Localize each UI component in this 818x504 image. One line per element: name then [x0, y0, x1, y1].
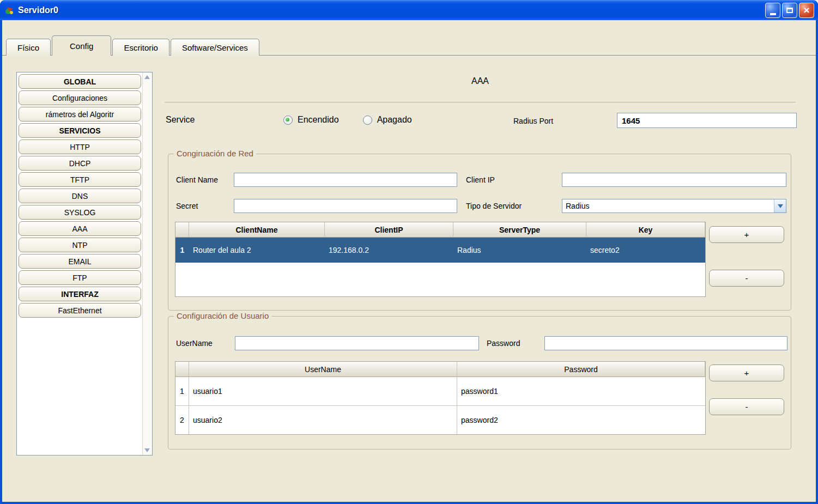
cell-username: usuario2: [189, 406, 457, 434]
user-remove-button[interactable]: -: [709, 398, 784, 415]
sidebar-item-ntp[interactable]: NTP: [19, 238, 141, 252]
cell-client-name: Router del aula 2: [189, 238, 325, 263]
sidebar-item-configuraciones[interactable]: Configuraciones: [19, 90, 141, 105]
cell-client-ip: 192.168.0.2: [325, 238, 453, 263]
username-input[interactable]: [235, 336, 479, 350]
sidebar-item-email[interactable]: EMAIL: [19, 254, 141, 269]
page-title: AAA: [163, 76, 797, 86]
sidebar-item-dhcp[interactable]: DHCP: [19, 156, 141, 171]
sidebar-item-tftp[interactable]: TFTP: [19, 172, 141, 187]
tab-software-services[interactable]: Software/Services: [171, 39, 259, 56]
sidebar-item-aaa[interactable]: AAA: [19, 221, 141, 236]
sidebar: GLOBAL Configuraciones rámetros del Algo…: [16, 72, 153, 456]
window-controls: ×: [765, 3, 814, 18]
radio-apagado-label: Apagado: [377, 115, 412, 125]
sidebar-item-servicios[interactable]: SERVICIOS: [19, 123, 141, 138]
radio-off-icon: [363, 116, 372, 125]
client-ip-input[interactable]: [562, 173, 786, 187]
sidebar-item-http[interactable]: HTTP: [19, 139, 141, 154]
radius-port-label: Radius Port: [513, 117, 553, 125]
col-clientname[interactable]: ClientName: [189, 222, 325, 238]
col-clientip[interactable]: ClientIP: [325, 222, 453, 238]
network-group-title: Congiruación de Red: [174, 149, 256, 158]
minimize-button[interactable]: [765, 3, 780, 18]
row-number: 1: [175, 238, 189, 263]
table-row[interactable]: 1 usuario1 password1: [175, 377, 705, 406]
table-empty-area: [175, 263, 705, 296]
sidebar-item-global[interactable]: GLOBAL: [19, 74, 141, 89]
radio-encendido-label: Encendido: [298, 115, 339, 125]
row-number-header: [175, 362, 189, 377]
radio-encendido[interactable]: Encendido: [283, 115, 339, 125]
app-icon: [4, 5, 15, 16]
password-label: Password: [487, 336, 520, 350]
user-group-title: Configuración de Usuario: [174, 311, 271, 320]
row-number-header: [175, 222, 189, 238]
window-body: Físico Config Escritorio Software/Servic…: [2, 20, 816, 502]
sidebar-item-fastethernet[interactable]: FastEthernet: [19, 303, 141, 318]
service-label: Service: [166, 115, 195, 125]
tab-escritorio[interactable]: Escritorio: [112, 39, 169, 56]
scroll-up-icon[interactable]: [144, 75, 150, 79]
cell-server-type: Radius: [453, 238, 586, 263]
cell-username: usuario1: [189, 377, 457, 405]
chevron-down-icon: [778, 204, 783, 208]
row-number: 1: [175, 377, 189, 405]
server-type-value: Radius: [562, 199, 774, 212]
tab-config[interactable]: Config: [52, 35, 111, 56]
col-username[interactable]: UserName: [189, 362, 457, 377]
users-table: UserName Password 1 usuario1 password1 2…: [175, 361, 706, 435]
sidebar-list: GLOBAL Configuraciones rámetros del Algo…: [17, 72, 142, 455]
scroll-down-icon[interactable]: [144, 448, 150, 452]
cell-password: password1: [457, 377, 705, 405]
maximize-icon: [786, 8, 793, 13]
table-row[interactable]: 2 usuario2 password2: [175, 406, 705, 435]
radio-on-icon: [283, 116, 293, 125]
title-divider: [165, 102, 796, 102]
client-ip-label: Client IP: [466, 173, 495, 187]
network-clients-table: ClientName ClientIP ServerType Key 1 Rou…: [175, 222, 706, 297]
radio-apagado[interactable]: Apagado: [363, 115, 412, 125]
sidebar-item-interfaz[interactable]: INTERFAZ: [19, 287, 141, 301]
service-row: Service Encendido Apagado Radius Port: [166, 113, 797, 129]
combo-dropdown-button[interactable]: [774, 199, 786, 212]
col-servertype[interactable]: ServerType: [453, 222, 586, 238]
username-label: UserName: [176, 336, 213, 350]
client-name-label: Client Name: [176, 173, 218, 187]
radius-port-input[interactable]: [617, 113, 797, 128]
config-tab-pane: GLOBAL Configuraciones rámetros del Algo…: [2, 55, 816, 502]
secret-input[interactable]: [234, 199, 457, 213]
network-remove-button[interactable]: -: [709, 270, 784, 287]
close-icon: ×: [803, 5, 809, 15]
close-button[interactable]: ×: [799, 3, 814, 18]
minimize-icon: [770, 13, 776, 15]
service-radio-group: Encendido Apagado: [283, 115, 412, 125]
col-password[interactable]: Password: [457, 362, 705, 377]
sidebar-scrollbar[interactable]: [142, 72, 152, 455]
secret-label: Secret: [176, 199, 198, 213]
titlebar[interactable]: Servidor0 ×: [0, 0, 818, 20]
aaa-config-panel: AAA Service Encendido Apagado: [163, 56, 797, 502]
sidebar-item-syslog[interactable]: SYSLOG: [19, 205, 141, 220]
server-type-select[interactable]: Radius: [562, 199, 786, 213]
network-add-button[interactable]: +: [709, 226, 784, 243]
user-add-button[interactable]: +: [709, 365, 784, 381]
network-config-group: Congiruación de Red Client Name Client I…: [168, 154, 791, 311]
client-name-input[interactable]: [234, 173, 457, 187]
table-header-row: ClientName ClientIP ServerType Key: [175, 222, 705, 238]
server-type-label: Tipo de Servidor: [466, 199, 522, 213]
col-key[interactable]: Key: [586, 222, 705, 238]
table-row[interactable]: 1 Router del aula 2 192.168.0.2 Radius s…: [175, 238, 705, 263]
sidebar-item-parametros-algoritmo[interactable]: rámetros del Algoritr: [19, 107, 141, 122]
maximize-button[interactable]: [782, 3, 797, 18]
sidebar-item-ftp[interactable]: FTP: [19, 270, 141, 285]
row-number: 2: [175, 406, 189, 434]
table-header-row: UserName Password: [175, 362, 705, 377]
tab-bar: Físico Config Escritorio Software/Servic…: [6, 35, 812, 56]
cell-password: password2: [457, 406, 705, 434]
sidebar-item-dns[interactable]: DNS: [19, 189, 141, 203]
password-input[interactable]: [544, 336, 787, 350]
window-servidor0: Servidor0 × Físico Config Escritorio Sof…: [0, 0, 818, 504]
cell-key: secreto2: [586, 238, 705, 263]
tab-fisico[interactable]: Físico: [6, 39, 51, 56]
